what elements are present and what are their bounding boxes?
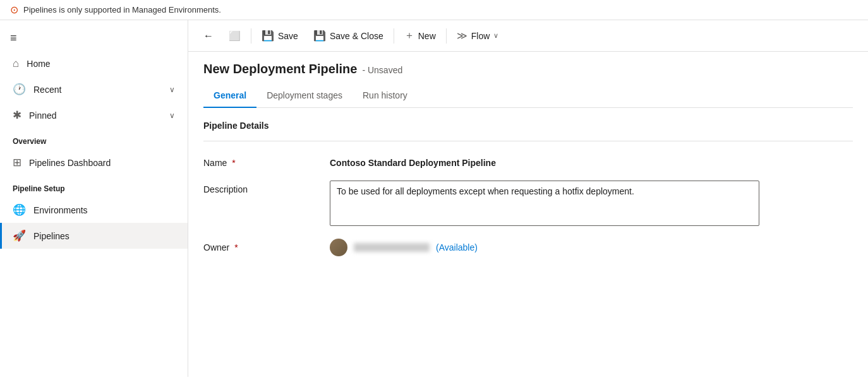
page-title: New Deployment Pipeline [203,62,357,76]
owner-name-blurred [354,243,430,252]
rocket-icon: 🚀 [13,229,26,242]
owner-available-status: (Available) [436,242,478,252]
required-indicator: * [232,158,235,168]
sidebar-item-label: Home [27,59,50,69]
flow-button[interactable]: ≫ Flow ∨ [449,26,507,45]
owner-field-row: Owner * (Available) [203,239,853,256]
sidebar-item-label: Environments [33,205,88,215]
sidebar-menu-button[interactable]: ≡ [0,25,188,51]
open-button[interactable]: ⬜ [221,27,248,45]
tabs: General Deployment stages Run history [203,84,853,108]
sidebar-item-label: Pipelines Dashboard [29,158,111,168]
warning-icon: ⊙ [10,4,18,16]
description-textarea[interactable]: To be used for all deployments except wh… [330,181,759,226]
sidebar-item-label: Pinned [29,110,57,121]
save-close-button[interactable]: 💾 Save & Close [306,26,391,45]
banner-text: Pipelines is only supported in Managed E… [23,5,221,15]
globe-icon: 🌐 [13,203,26,217]
sidebar-item-pipelines[interactable]: 🚀 Pipelines [0,223,188,249]
save-button[interactable]: 💾 Save [254,26,306,45]
open-icon: ⬜ [229,30,241,42]
pipeline-details-title: Pipeline Details [203,121,853,131]
managed-environments-banner: ⊙ Pipelines is only supported in Managed… [0,0,868,20]
name-label: Name * [203,154,330,168]
recent-icon: 🕐 [13,83,26,96]
tab-general[interactable]: General [203,84,256,108]
sidebar-item-pinned[interactable]: ✱ Pinned ∨ [0,102,188,128]
toolbar-divider-3 [446,28,447,44]
chevron-down-icon: ∨ [493,32,498,40]
description-label: Description [203,181,330,194]
sidebar-item-label: Recent [33,85,61,95]
save-close-icon: 💾 [313,30,326,42]
section-divider [203,141,853,141]
required-indicator: * [234,242,238,252]
save-icon: 💾 [262,30,274,42]
flow-label: Flow [471,31,490,41]
sidebar: ≡ ⌂ Home 🕐 Recent ∨ ✱ Pinned ∨ Overview … [0,20,188,377]
name-field-row: Name * Contoso Standard Deployment Pipel… [203,154,853,168]
pin-icon: ✱ [13,109,21,122]
page-header: New Deployment Pipeline - Unsaved Genera… [188,52,868,108]
back-button[interactable]: ← [198,27,219,45]
toolbar: ← ⬜ 💾 Save 💾 Save & Close ＋ New ≫ F [188,20,868,52]
chevron-down-icon: ∨ [169,85,175,94]
home-icon: ⌂ [13,57,19,70]
sidebar-item-recent[interactable]: 🕐 Recent ∨ [0,76,188,102]
tab-deployment-stages[interactable]: Deployment stages [256,84,353,108]
save-label: Save [278,31,298,41]
flow-icon: ≫ [457,30,467,42]
main-content: ← ⬜ 💾 Save 💾 Save & Close ＋ New ≫ F [188,20,868,377]
name-value: Contoso Standard Deployment Pipeline [330,154,853,168]
back-icon: ← [203,30,214,42]
owner-value: (Available) [330,239,478,256]
tab-run-history[interactable]: Run history [353,84,418,108]
hamburger-icon: ≡ [10,32,17,44]
sidebar-item-pipelines-dashboard[interactable]: ⊞ Pipelines Dashboard [0,150,188,175]
dashboard-icon: ⊞ [13,156,21,169]
form-area: Pipeline Details Name * Contoso Standard… [188,108,868,282]
description-field-row: Description To be used for all deploymen… [203,181,853,226]
toolbar-divider-2 [394,28,394,44]
new-label: New [418,31,436,41]
avatar [330,239,347,256]
sidebar-item-environments[interactable]: 🌐 Environments [0,197,188,223]
save-close-label: Save & Close [330,31,383,41]
sidebar-item-home[interactable]: ⌂ Home [0,51,188,76]
overview-section-label: Overview [0,128,188,150]
owner-label: Owner * [203,239,330,252]
unsaved-badge: - Unsaved [362,65,402,75]
pipeline-setup-section-label: Pipeline Setup [0,175,188,197]
new-button[interactable]: ＋ New [397,25,443,46]
chevron-down-icon: ∨ [169,111,175,120]
plus-icon: ＋ [404,29,414,42]
toolbar-divider [251,28,251,44]
sidebar-item-label: Pipelines [33,231,69,241]
